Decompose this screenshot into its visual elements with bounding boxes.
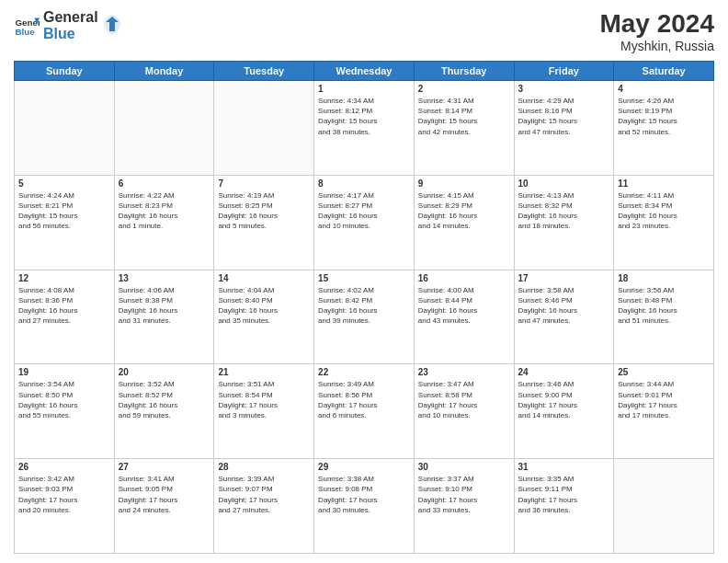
day-info: Sunrise: 4:15 AM Sunset: 8:29 PM Dayligh… <box>418 190 510 232</box>
col-thursday: Thursday <box>414 62 514 81</box>
day-number: 18 <box>618 273 710 283</box>
day-info: Sunrise: 3:41 AM Sunset: 9:05 PM Dayligh… <box>119 474 210 515</box>
calendar-cell: 22Sunrise: 3:49 AM Sunset: 8:56 PM Dayli… <box>314 364 415 459</box>
location: Myshkin, Russia <box>599 39 714 53</box>
logo-general: General <box>43 9 98 26</box>
col-friday: Friday <box>514 62 614 81</box>
calendar-header-row: Sunday Monday Tuesday Wednesday Thursday… <box>15 62 714 81</box>
calendar-cell: 17Sunrise: 3:58 AM Sunset: 8:46 PM Dayli… <box>514 270 614 364</box>
day-number: 7 <box>218 178 310 189</box>
day-info: Sunrise: 4:02 AM Sunset: 8:42 PM Dayligh… <box>318 285 410 327</box>
day-number: 12 <box>18 273 110 283</box>
day-info: Sunrise: 4:24 AM Sunset: 8:21 PM Dayligh… <box>18 190 110 232</box>
calendar-cell <box>614 459 714 554</box>
day-info: Sunrise: 3:54 AM Sunset: 8:50 PM Dayligh… <box>18 379 110 420</box>
logo-bird-icon <box>102 13 122 39</box>
calendar-cell: 6Sunrise: 4:22 AM Sunset: 8:23 PM Daylig… <box>114 175 214 270</box>
calendar-cell: 20Sunrise: 3:52 AM Sunset: 8:52 PM Dayli… <box>114 364 214 459</box>
day-number: 30 <box>418 462 510 472</box>
calendar-week-row: 19Sunrise: 3:54 AM Sunset: 8:50 PM Dayli… <box>15 364 714 459</box>
calendar-cell: 26Sunrise: 3:42 AM Sunset: 9:03 PM Dayli… <box>15 459 115 554</box>
calendar-cell <box>15 81 115 176</box>
day-info: Sunrise: 4:13 AM Sunset: 8:32 PM Dayligh… <box>518 190 610 232</box>
calendar-week-row: 1Sunrise: 4:34 AM Sunset: 8:12 PM Daylig… <box>15 81 714 176</box>
day-info: Sunrise: 4:29 AM Sunset: 8:16 PM Dayligh… <box>518 96 610 137</box>
calendar-cell: 5Sunrise: 4:24 AM Sunset: 8:21 PM Daylig… <box>15 175 115 270</box>
day-info: Sunrise: 4:26 AM Sunset: 8:19 PM Dayligh… <box>618 96 710 137</box>
calendar-cell: 1Sunrise: 4:34 AM Sunset: 8:12 PM Daylig… <box>314 81 415 176</box>
col-sunday: Sunday <box>15 62 115 81</box>
calendar-cell: 13Sunrise: 4:06 AM Sunset: 8:38 PM Dayli… <box>114 270 214 364</box>
calendar-cell: 3Sunrise: 4:29 AM Sunset: 8:16 PM Daylig… <box>514 81 614 176</box>
day-number: 22 <box>318 367 410 377</box>
calendar-week-row: 5Sunrise: 4:24 AM Sunset: 8:21 PM Daylig… <box>15 175 714 270</box>
calendar-week-row: 26Sunrise: 3:42 AM Sunset: 9:03 PM Dayli… <box>15 459 714 554</box>
day-info: Sunrise: 3:38 AM Sunset: 9:08 PM Dayligh… <box>318 474 410 515</box>
day-info: Sunrise: 4:11 AM Sunset: 8:34 PM Dayligh… <box>618 190 710 232</box>
calendar-cell: 10Sunrise: 4:13 AM Sunset: 8:32 PM Dayli… <box>514 175 614 270</box>
header: General Blue General Blue May 2024 Myshk… <box>14 9 714 53</box>
logo-blue: Blue <box>43 26 98 42</box>
day-number: 3 <box>518 84 610 94</box>
calendar-cell: 29Sunrise: 3:38 AM Sunset: 9:08 PM Dayli… <box>314 459 415 554</box>
day-number: 27 <box>119 462 210 472</box>
day-number: 29 <box>318 462 410 472</box>
calendar-cell: 14Sunrise: 4:04 AM Sunset: 8:40 PM Dayli… <box>214 270 314 364</box>
day-info: Sunrise: 3:44 AM Sunset: 9:01 PM Dayligh… <box>618 379 710 420</box>
col-monday: Monday <box>114 62 214 81</box>
day-info: Sunrise: 4:00 AM Sunset: 8:44 PM Dayligh… <box>418 285 510 327</box>
svg-text:Blue: Blue <box>15 26 35 36</box>
day-number: 16 <box>418 273 510 283</box>
day-info: Sunrise: 3:49 AM Sunset: 8:56 PM Dayligh… <box>318 379 410 420</box>
day-number: 31 <box>518 462 610 472</box>
calendar-cell: 18Sunrise: 3:56 AM Sunset: 8:48 PM Dayli… <box>614 270 714 364</box>
day-info: Sunrise: 4:17 AM Sunset: 8:27 PM Dayligh… <box>318 190 410 232</box>
day-number: 2 <box>418 84 510 94</box>
day-info: Sunrise: 4:34 AM Sunset: 8:12 PM Dayligh… <box>318 96 410 137</box>
calendar-cell: 25Sunrise: 3:44 AM Sunset: 9:01 PM Dayli… <box>614 364 714 459</box>
day-number: 24 <box>518 367 610 377</box>
calendar-cell: 16Sunrise: 4:00 AM Sunset: 8:44 PM Dayli… <box>414 270 514 364</box>
day-info: Sunrise: 4:19 AM Sunset: 8:25 PM Dayligh… <box>218 190 310 232</box>
day-number: 11 <box>618 178 710 189</box>
day-info: Sunrise: 4:22 AM Sunset: 8:23 PM Dayligh… <box>119 190 210 232</box>
day-number: 10 <box>518 178 610 189</box>
calendar-cell: 9Sunrise: 4:15 AM Sunset: 8:29 PM Daylig… <box>414 175 514 270</box>
day-number: 25 <box>618 367 710 377</box>
logo-icon: General Blue <box>14 13 40 39</box>
day-info: Sunrise: 3:39 AM Sunset: 9:07 PM Dayligh… <box>218 474 310 515</box>
calendar-cell: 23Sunrise: 3:47 AM Sunset: 8:58 PM Dayli… <box>414 364 514 459</box>
day-number: 28 <box>218 462 310 472</box>
day-number: 6 <box>119 178 210 189</box>
calendar-cell: 4Sunrise: 4:26 AM Sunset: 8:19 PM Daylig… <box>614 81 714 176</box>
col-saturday: Saturday <box>614 62 714 81</box>
calendar-cell: 2Sunrise: 4:31 AM Sunset: 8:14 PM Daylig… <box>414 81 514 176</box>
day-info: Sunrise: 3:42 AM Sunset: 9:03 PM Dayligh… <box>18 474 110 515</box>
month-year: May 2024 <box>599 9 714 39</box>
day-number: 9 <box>418 178 510 189</box>
calendar-cell: 8Sunrise: 4:17 AM Sunset: 8:27 PM Daylig… <box>314 175 415 270</box>
day-number: 20 <box>119 367 210 377</box>
calendar-cell: 28Sunrise: 3:39 AM Sunset: 9:07 PM Dayli… <box>214 459 314 554</box>
col-tuesday: Tuesday <box>214 62 314 81</box>
day-number: 26 <box>18 462 110 472</box>
calendar-cell: 19Sunrise: 3:54 AM Sunset: 8:50 PM Dayli… <box>15 364 115 459</box>
calendar-cell: 24Sunrise: 3:46 AM Sunset: 9:00 PM Dayli… <box>514 364 614 459</box>
calendar-cell: 21Sunrise: 3:51 AM Sunset: 8:54 PM Dayli… <box>214 364 314 459</box>
day-info: Sunrise: 4:04 AM Sunset: 8:40 PM Dayligh… <box>218 285 310 327</box>
calendar-table: Sunday Monday Tuesday Wednesday Thursday… <box>14 61 714 554</box>
calendar-cell: 15Sunrise: 4:02 AM Sunset: 8:42 PM Dayli… <box>314 270 415 364</box>
calendar-cell <box>114 81 214 176</box>
day-info: Sunrise: 3:37 AM Sunset: 9:10 PM Dayligh… <box>418 474 510 515</box>
day-info: Sunrise: 3:35 AM Sunset: 9:11 PM Dayligh… <box>518 474 610 515</box>
day-info: Sunrise: 4:31 AM Sunset: 8:14 PM Dayligh… <box>418 96 510 137</box>
day-info: Sunrise: 3:52 AM Sunset: 8:52 PM Dayligh… <box>119 379 210 420</box>
calendar-cell: 12Sunrise: 4:08 AM Sunset: 8:36 PM Dayli… <box>15 270 115 364</box>
day-info: Sunrise: 3:56 AM Sunset: 8:48 PM Dayligh… <box>618 285 710 327</box>
day-number: 21 <box>218 367 310 377</box>
calendar-cell: 31Sunrise: 3:35 AM Sunset: 9:11 PM Dayli… <box>514 459 614 554</box>
day-number: 4 <box>618 84 710 94</box>
day-info: Sunrise: 4:06 AM Sunset: 8:38 PM Dayligh… <box>119 285 210 327</box>
day-number: 1 <box>318 84 410 94</box>
title-block: May 2024 Myshkin, Russia <box>599 9 714 53</box>
